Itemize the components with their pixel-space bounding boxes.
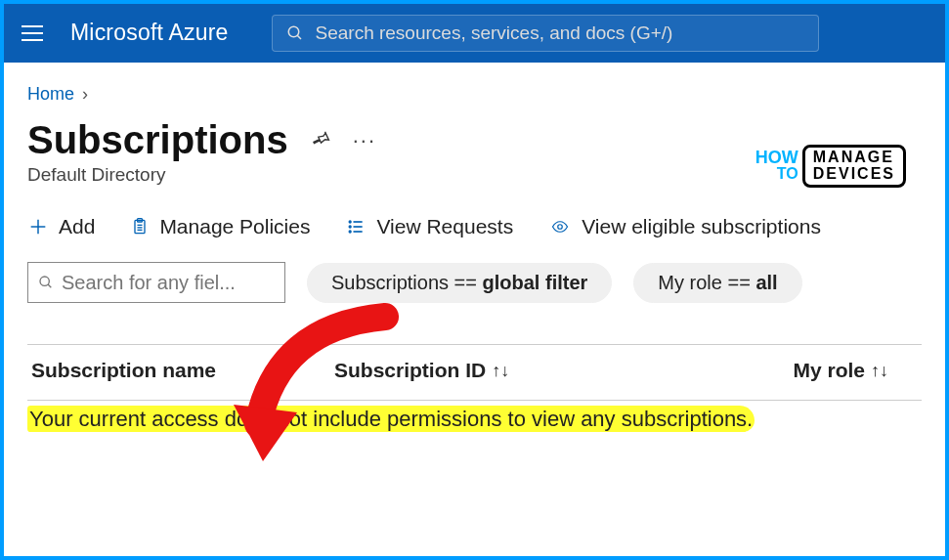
column-subscription-name[interactable]: Subscription name [31,359,276,382]
filter-row: Search for any fiel... Subscriptions == … [27,262,922,321]
column-subscription-id[interactable]: Subscription ID ↑↓ [334,359,608,382]
breadcrumb-home[interactable]: Home [27,84,74,105]
search-icon [38,275,54,290]
view-requests-button[interactable]: View Requests [345,215,513,238]
page-content: Home › Subscriptions ··· Default Directo… [4,63,945,438]
brand-label: Microsoft Azure [70,20,229,46]
permission-warning-message: Your current access does not include per… [27,406,755,432]
pill-role-value: all [755,272,777,293]
svg-point-12 [350,221,352,223]
add-label: Add [59,215,95,238]
watermark-howto: HOW TO [755,150,798,183]
chevron-right-icon: › [82,84,88,105]
eye-icon [548,218,572,236]
list-icon [345,217,367,237]
top-bar: Microsoft Azure [4,4,945,63]
view-eligible-button[interactable]: View eligible subscriptions [548,215,821,238]
pill-sub-label: Subscriptions == [331,272,483,293]
manage-policies-label: Manage Policies [159,215,310,238]
page-title: Subscriptions [27,118,288,162]
view-requests-label: View Requests [376,215,513,238]
watermark: HOW TO MANAGE DEVICES [755,145,906,188]
field-search[interactable]: Search for any fiel... [27,262,285,303]
filter-pill-role[interactable]: My role == all [633,263,801,303]
clipboard-icon [130,216,150,237]
view-eligible-label: View eligible subscriptions [582,215,821,238]
pill-role-label: My role == [658,272,755,293]
sort-icon: ↑↓ [871,361,888,381]
pin-icon[interactable] [310,128,331,153]
sort-icon: ↑↓ [492,361,509,381]
svg-line-17 [48,284,51,287]
global-search-input[interactable] [316,22,804,44]
svg-point-15 [558,225,563,230]
svg-point-16 [40,277,49,285]
search-icon [286,24,304,42]
table-header: Subscription name Subscription ID ↑↓ My … [27,344,922,400]
command-bar: Add Manage Policies View Requests View e… [27,215,922,238]
svg-point-14 [350,231,352,233]
svg-line-1 [297,35,301,39]
svg-point-13 [350,226,352,228]
more-icon[interactable]: ··· [353,128,376,153]
col-name-label: Subscription name [31,359,216,382]
hamburger-menu-icon[interactable] [18,20,47,47]
field-search-placeholder: Search for any fiel... [62,272,236,294]
column-my-role[interactable]: My role ↑↓ [793,359,888,382]
plus-icon [27,216,49,237]
global-search[interactable] [272,15,819,52]
empty-state-row: Your current access does not include per… [27,400,922,438]
add-button[interactable]: Add [27,215,95,238]
col-role-label: My role [793,359,865,382]
watermark-box: MANAGE DEVICES [802,145,906,188]
breadcrumb: Home › [27,84,922,105]
manage-policies-button[interactable]: Manage Policies [130,215,310,238]
col-id-label: Subscription ID [334,359,486,382]
svg-point-0 [288,26,299,37]
pill-sub-value: global filter [483,272,588,293]
filter-pill-subscriptions[interactable]: Subscriptions == global filter [307,263,612,303]
